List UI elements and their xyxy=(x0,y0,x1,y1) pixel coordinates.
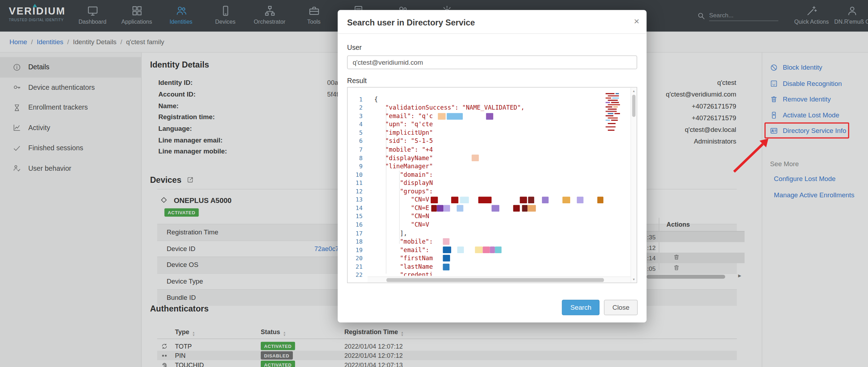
line-number: 12 xyxy=(348,187,367,196)
scroll-down-icon[interactable]: ▼ xyxy=(631,278,637,281)
line-number: 1 xyxy=(348,95,367,104)
line-number: 14 xyxy=(348,204,367,212)
code-line: "sid": "S-1-5 xyxy=(374,137,623,146)
json-result-viewer[interactable]: 12345678910111213141516171819202122 { "v… xyxy=(347,87,637,283)
modal-close-button[interactable]: Close xyxy=(604,300,638,315)
code-line: "lastName xyxy=(374,263,623,271)
code-line: "CN=V xyxy=(374,196,623,204)
line-number: 18 xyxy=(348,238,367,246)
code-line: "displayN xyxy=(374,179,623,187)
code-line: "upn": "q'cte xyxy=(374,120,623,129)
line-number: 8 xyxy=(348,154,367,162)
code-line: "groups": xyxy=(374,187,623,196)
line-number: 11 xyxy=(348,179,367,187)
code-line: "implicitUpn" xyxy=(374,129,623,137)
user-field-label: User xyxy=(347,44,637,52)
code-line: "lineManager" xyxy=(374,162,623,171)
code-line: ], xyxy=(374,229,623,238)
editor-vertical-scrollbar[interactable]: ▲ ▼ xyxy=(631,88,637,283)
code-line: "mobile": xyxy=(374,238,623,246)
editor-horizontal-scrollbar[interactable] xyxy=(367,276,630,282)
line-number: 21 xyxy=(348,263,367,271)
line-number: 3 xyxy=(348,112,367,121)
code-line: "CN=N xyxy=(374,212,623,221)
scroll-up-icon[interactable]: ▲ xyxy=(631,89,637,92)
scrollbar-thumb[interactable] xyxy=(632,95,635,117)
editor-gutter: 12345678910111213141516171819202122 xyxy=(348,88,367,283)
code-line: "email": "q'c xyxy=(374,112,623,121)
line-number: 7 xyxy=(348,145,367,154)
modal-footer: Search Close xyxy=(338,292,646,322)
line-number: 20 xyxy=(348,254,367,263)
line-number: 4 xyxy=(348,120,367,129)
editor-minimap xyxy=(605,92,630,143)
line-number: 17 xyxy=(348,229,367,238)
directory-search-modal: Search user in Directory Service × User … xyxy=(338,10,646,322)
result-label: Result xyxy=(347,77,637,85)
code-line: { xyxy=(374,95,623,104)
line-number: 22 xyxy=(348,271,367,279)
veridium-app: VERIDIUM TRUSTED DIGITAL IDENTITY Dashbo… xyxy=(0,0,868,367)
modal-body: User Result 1234567891011121314151617181… xyxy=(338,34,646,283)
line-number: 19 xyxy=(348,246,367,254)
code-line: "mobile": "+4 xyxy=(374,145,623,154)
line-number: 13 xyxy=(348,196,367,204)
modal-title: Search user in Directory Service xyxy=(347,18,637,27)
line-number: 16 xyxy=(348,221,367,229)
code-line: "CN=V xyxy=(374,221,623,229)
scrollbar-thumb[interactable] xyxy=(386,278,604,282)
line-number: 9 xyxy=(348,162,367,171)
line-number: 6 xyxy=(348,137,367,146)
code-line: "CN=E xyxy=(374,204,623,212)
line-number: 15 xyxy=(348,212,367,221)
code-line: "validationSuccess": "NAME_VALIDATED", xyxy=(374,104,623,112)
code-line: "firstNam xyxy=(374,254,623,263)
code-line: "displayName" xyxy=(374,154,623,162)
code-line: "email": xyxy=(374,246,623,254)
modal-close-icon[interactable]: × xyxy=(634,16,639,27)
code-line: "credenti xyxy=(374,271,623,276)
code-line: "domain": xyxy=(374,170,623,179)
line-number: 10 xyxy=(348,170,367,179)
annotation-arrow xyxy=(730,135,774,176)
line-number: 2 xyxy=(348,104,367,112)
annotation-highlight-box xyxy=(764,122,849,138)
editor-code: { "validationSuccess": "NAME_VALIDATED",… xyxy=(374,88,623,276)
modal-search-button[interactable]: Search xyxy=(562,300,600,315)
line-number: 5 xyxy=(348,129,367,137)
user-input[interactable] xyxy=(347,56,637,69)
modal-header: Search user in Directory Service × xyxy=(338,10,646,34)
